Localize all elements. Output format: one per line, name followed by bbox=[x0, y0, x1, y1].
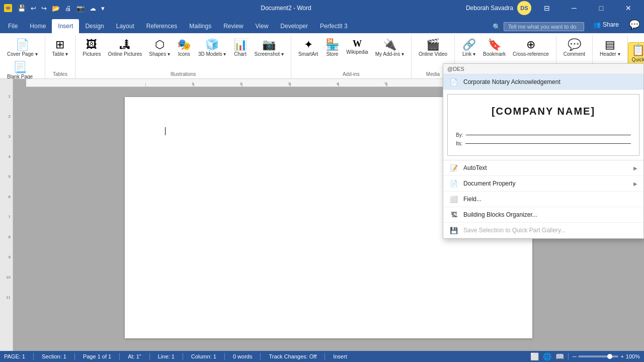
online-pictures-icon: 🏞 bbox=[119, 39, 130, 50]
link-icon: 🔗 bbox=[462, 39, 476, 50]
maximize-button[interactable]: □ bbox=[590, 0, 613, 16]
undo-qat-button[interactable]: ↩ bbox=[29, 4, 38, 13]
column-label: Column: 1 bbox=[191, 353, 216, 359]
zoom-thumb[interactable] bbox=[607, 354, 612, 359]
zoom-in-button[interactable]: + bbox=[620, 353, 623, 359]
pictures-icon: 🖼 bbox=[86, 39, 97, 50]
zoom-out-button[interactable]: ─ bbox=[573, 353, 577, 359]
svg-text:5: 5 bbox=[385, 81, 387, 86]
corporate-notary-item[interactable]: 📄 Corporate Notary Acknowledgement bbox=[443, 74, 643, 90]
track-changes-label: Track Changes: Off bbox=[269, 353, 316, 359]
section-label: Section: 1 bbox=[42, 353, 66, 359]
save-cloud-qat-button[interactable]: ☁ bbox=[88, 4, 98, 13]
save-selection-menu-item: 💾 Save Selection to Quick Part Gallery..… bbox=[443, 223, 643, 238]
table-button[interactable]: ⊞ Table ▾ bbox=[49, 37, 71, 59]
tab-insert[interactable]: Insert bbox=[52, 19, 79, 33]
field-menu-item[interactable]: ⬜ Field... bbox=[443, 192, 643, 207]
online-video-button[interactable]: 🎬 Online Video bbox=[416, 37, 450, 59]
dropdown-section-label: @DES bbox=[447, 66, 464, 72]
cross-reference-button[interactable]: ⊕ Cross-reference bbox=[510, 37, 552, 59]
more-qat-button[interactable]: ▾ bbox=[100, 4, 106, 13]
3d-models-icon: 🧊 bbox=[205, 39, 219, 50]
user-avatar[interactable]: DS bbox=[517, 1, 531, 15]
minimize-button[interactable]: ─ bbox=[562, 0, 586, 16]
zoom-slider[interactable] bbox=[578, 355, 618, 357]
online-video-icon: 🎬 bbox=[426, 39, 440, 50]
online-pictures-button[interactable]: 🏞 Online Pictures bbox=[105, 37, 145, 59]
icons-button[interactable]: 🎭 Icons bbox=[174, 37, 194, 59]
username-label: Deborah Savadra bbox=[466, 5, 513, 12]
title-bar: W 💾 ↩ ↪ 📂 🖨 📷 ☁ ▾ Document2 - Word Debor… bbox=[0, 0, 644, 16]
field-icon: ⬜ bbox=[449, 195, 458, 204]
shapes-button[interactable]: ⬡ Shapes ▾ bbox=[146, 37, 173, 59]
tab-perfectit[interactable]: PerfectIt 3 bbox=[314, 19, 354, 33]
print-view-icon[interactable]: ⬜ bbox=[530, 352, 539, 360]
share-button[interactable]: 👥 Share bbox=[588, 19, 624, 30]
screenshot-button[interactable]: 📷 Screenshot ▾ bbox=[252, 37, 287, 59]
screenshot-qat-button[interactable]: 📷 bbox=[75, 4, 86, 13]
comment-icon: 💬 bbox=[568, 39, 581, 50]
store-button[interactable]: 🏪 Store bbox=[322, 37, 342, 59]
tab-developer[interactable]: Developer bbox=[274, 19, 314, 33]
at-label: At: 1" bbox=[128, 353, 141, 359]
open-qat-button[interactable]: 📂 bbox=[50, 4, 61, 13]
cover-page-button[interactable]: 📄 Cover Page ▾ bbox=[4, 37, 41, 59]
link-button[interactable]: 🔗 Link ▾ bbox=[459, 37, 479, 59]
building-blocks-menu-item[interactable]: 🏗 Building Blocks Organizer... bbox=[443, 207, 643, 223]
print-qat-button[interactable]: 🖨 bbox=[63, 4, 73, 13]
left-margin: 1 2 3 4 5 6 7 8 9 10 11 bbox=[0, 79, 13, 351]
wikipedia-button[interactable]: W Wikipedia bbox=[343, 37, 371, 57]
close-button[interactable]: ✕ bbox=[617, 0, 640, 16]
tab-file[interactable]: File bbox=[2, 19, 24, 33]
bookmark-button[interactable]: 🔖 Bookmark bbox=[480, 37, 509, 59]
redo-qat-button[interactable]: ↪ bbox=[40, 4, 48, 13]
ruler-mark-2: 2 bbox=[0, 114, 13, 119]
smartart-button[interactable]: ✦ SmartArt bbox=[295, 37, 321, 59]
status-bar: PAGE: 1 Section: 1 Page 1 of 1 At: 1" Li… bbox=[0, 351, 644, 362]
ruler-mark-11: 11 bbox=[0, 295, 13, 300]
tab-home[interactable]: Home bbox=[24, 19, 52, 33]
web-view-icon[interactable]: 🌐 bbox=[543, 352, 551, 360]
pictures-button[interactable]: 🖼 Pictures bbox=[79, 37, 104, 59]
tab-bar: File Home Insert Design Layout Reference… bbox=[0, 16, 644, 33]
table-icon: ⊞ bbox=[55, 39, 64, 50]
line-label: Line: 1 bbox=[158, 353, 175, 359]
preview-by-label: By: bbox=[456, 132, 463, 138]
ribbon-toggle-button[interactable]: ⊟ bbox=[535, 0, 558, 16]
3d-models-button[interactable]: 🧊 3D Models ▾ bbox=[195, 37, 229, 59]
tab-view[interactable]: View bbox=[250, 19, 275, 33]
status-sep-1 bbox=[33, 353, 34, 360]
tab-review[interactable]: Review bbox=[217, 19, 249, 33]
save-qat-button[interactable]: 💾 bbox=[16, 4, 27, 13]
svg-text:4: 4 bbox=[337, 81, 339, 86]
tables-group-items: ⊞ Table ▾ bbox=[49, 35, 71, 70]
quick-parts-dropdown: @DES 📄 Corporate Notary Acknowledgement … bbox=[443, 63, 644, 239]
tab-mailings[interactable]: Mailings bbox=[183, 19, 217, 33]
ribbon-search-input[interactable] bbox=[504, 22, 584, 31]
page-of-label: Page 1 of 1 bbox=[83, 353, 111, 359]
my-addins-button[interactable]: 🔌 My Add-ins ▾ bbox=[372, 37, 407, 59]
comment-icon[interactable]: 💬 bbox=[627, 18, 642, 31]
chart-button[interactable]: 📊 Chart bbox=[230, 37, 251, 59]
status-bar-right: ⬜ 🌐 📖 ─ + 100% bbox=[530, 352, 640, 360]
preview-by-underline bbox=[466, 135, 631, 135]
dropdown-section-header: @DES bbox=[443, 64, 643, 74]
autotext-menu-item[interactable]: 📝 AutoText ▶ bbox=[443, 160, 643, 176]
comment-button[interactable]: 💬 Comment bbox=[560, 37, 588, 59]
cross-reference-icon: ⊕ bbox=[526, 39, 535, 50]
save-selection-icon: 💾 bbox=[449, 226, 458, 235]
tables-group-label: Tables bbox=[53, 70, 67, 78]
read-view-icon[interactable]: 📖 bbox=[555, 352, 564, 360]
illustrations-group-label: Illustrations bbox=[171, 70, 196, 78]
tab-design[interactable]: Design bbox=[79, 19, 110, 33]
autotext-label: AutoText bbox=[463, 164, 628, 171]
shapes-icon: ⬡ bbox=[155, 39, 165, 50]
tab-references[interactable]: References bbox=[140, 19, 183, 33]
zoom-area: ─ + 100% bbox=[573, 353, 640, 359]
wikipedia-icon: W bbox=[353, 39, 362, 48]
preview-lines: By: Its: bbox=[456, 132, 631, 146]
header-button[interactable]: ▤ Header ▾ bbox=[597, 37, 623, 59]
chart-icon: 📊 bbox=[233, 39, 247, 50]
tab-layout[interactable]: Layout bbox=[110, 19, 140, 33]
document-property-menu-item[interactable]: 📄 Document Property ▶ bbox=[443, 176, 643, 192]
